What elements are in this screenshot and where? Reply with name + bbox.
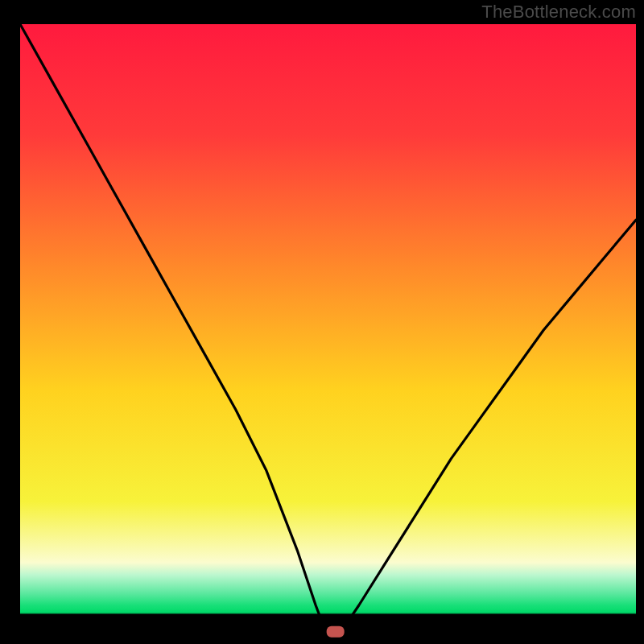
optimum-marker [327,626,345,638]
chart-stage: TheBottleneck.com [0,0,644,644]
bottleneck-plot [0,0,644,644]
